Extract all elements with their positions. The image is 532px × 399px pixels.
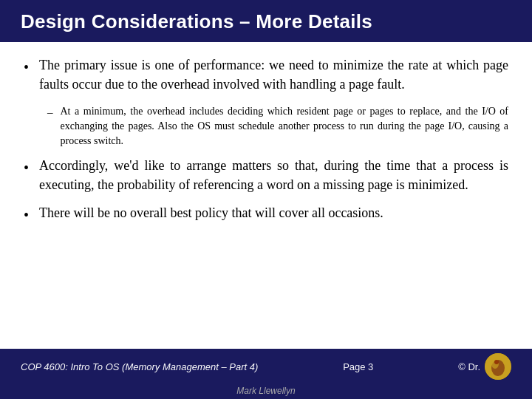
slide-title: Design Considerations – More Details [0,0,532,42]
bullet-text-1: The primary issue is one of performance:… [39,55,508,94]
logo [485,353,511,380]
footer-right: © Dr. [458,353,511,380]
sub-text-1: At a minimum, the overhead includes deci… [61,104,509,149]
bullet-dot-2: • [24,157,29,178]
bullet-item-3: • There will be no overall best policy t… [24,203,508,225]
slide-content: • The primary issue is one of performanc… [0,42,532,349]
bullet-dot-1: • [24,57,29,78]
footer-copyright: © Dr. [458,361,480,372]
slide: Design Considerations – More Details • T… [0,0,532,399]
author-text: Mark Llewellyn [236,386,295,396]
footer: COP 4600: Intro To OS (Memory Management… [0,349,532,384]
footer-left-text: COP 4600: Intro To OS (Memory Management… [21,361,258,372]
bullet-item-1: • The primary issue is one of performanc… [24,55,508,94]
bullet-item-2: • Accordingly, we'd like to arrange matt… [24,156,508,194]
footer-page: Page 3 [343,361,373,372]
sub-dash-1: – [47,105,53,120]
bullet-dot-3: • [24,205,29,225]
sub-bullet-1: – At a minimum, the overhead includes de… [47,104,508,149]
footer-author: Mark Llewellyn [0,384,532,399]
svg-point-3 [494,360,499,364]
bullet-text-2: Accordingly, we'd like to arrange matter… [39,156,508,194]
bullet-text-3: There will be no overall best policy tha… [39,203,508,222]
title-text: Design Considerations – More Details [21,10,372,33]
